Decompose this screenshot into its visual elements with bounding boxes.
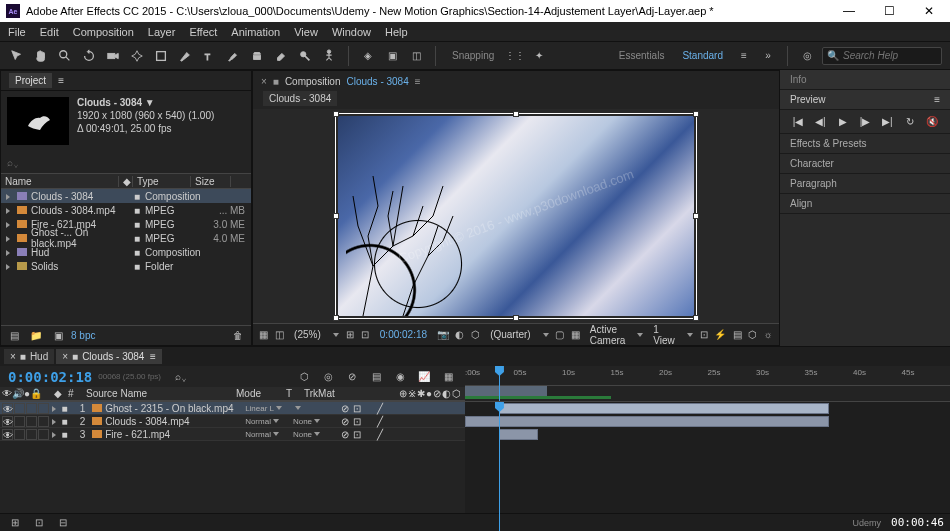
first-frame-button[interactable]: |◀ [790, 116, 806, 127]
selection-tool[interactable] [8, 47, 26, 65]
roi-icon[interactable]: ▢ [555, 326, 565, 344]
project-row[interactable]: Hud■Composition [1, 245, 251, 259]
last-frame-button[interactable]: ▶| [879, 116, 895, 127]
pan-behind-tool[interactable] [128, 47, 146, 65]
minimize-button[interactable]: — [834, 4, 864, 18]
color-mgmt-icon[interactable]: ⬡ [471, 326, 481, 344]
menu-edit[interactable]: Edit [40, 26, 59, 38]
frame-blend-icon[interactable]: ▤ [367, 368, 385, 386]
snapshot-icon[interactable]: 📷 [437, 326, 449, 344]
local-axis-icon[interactable]: ◈ [359, 47, 377, 65]
pixel-aspect-icon[interactable]: ⊡ [699, 326, 709, 344]
project-row[interactable]: Solids■Folder [1, 259, 251, 273]
toggle-switches-icon[interactable]: ⊞ [6, 514, 24, 532]
eraser-tool[interactable] [272, 47, 290, 65]
flowchart-icon[interactable]: ⬡ [748, 326, 758, 344]
menu-composition[interactable]: Composition [73, 26, 134, 38]
show-channel-icon[interactable]: ◐ [455, 326, 465, 344]
current-timecode[interactable]: 0:00:02:18 [8, 369, 92, 385]
project-tab[interactable]: Project [9, 73, 52, 88]
next-frame-button[interactable]: |▶ [857, 116, 873, 127]
preview-panel-tab[interactable]: Preview≡ [780, 90, 950, 110]
workspace-menu-icon[interactable]: ≡ [735, 47, 753, 65]
menu-file[interactable]: File [8, 26, 26, 38]
search-input[interactable] [843, 50, 937, 61]
layer-row[interactable]: 👁■2Clouds - 3084.mp4NormalNone⊘⊡╱ [0, 415, 465, 428]
menu-layer[interactable]: Layer [148, 26, 176, 38]
effects-presets-panel-tab[interactable]: Effects & Presets [780, 134, 950, 154]
preview-frame[interactable]: Copyright © 2016 - www.p30download.com [338, 116, 694, 316]
res-full-icon[interactable]: ⊞ [345, 326, 355, 344]
brainstorm-icon[interactable]: ▦ [439, 368, 457, 386]
menu-help[interactable]: Help [385, 26, 408, 38]
fast-preview-icon[interactable]: ⚡ [714, 326, 726, 344]
shape-tool[interactable] [152, 47, 170, 65]
snap-icon[interactable]: ⋮⋮ [506, 47, 524, 65]
new-folder-icon[interactable]: 📁 [27, 327, 45, 345]
maximize-button[interactable]: ☐ [874, 4, 904, 18]
col-source-name[interactable]: Source Name [84, 388, 234, 399]
hand-tool[interactable] [32, 47, 50, 65]
project-search[interactable]: ⌕⌄ [1, 151, 251, 173]
workspace-more-icon[interactable]: » [759, 47, 777, 65]
timeline-ruler[interactable]: :00s05s10s15s20s25s30s35s40s45s [465, 366, 950, 386]
layer-clip[interactable] [465, 416, 829, 427]
grid-icon[interactable]: ▦ [570, 326, 580, 344]
camera-select[interactable]: Active Camera [586, 324, 630, 346]
clone-stamp-tool[interactable] [248, 47, 266, 65]
layer-clip[interactable] [499, 429, 538, 440]
view-axis-icon[interactable]: ◫ [407, 47, 425, 65]
resolution-select[interactable]: (Quarter) [486, 329, 535, 340]
col-name[interactable]: Name [1, 176, 119, 187]
col-mode[interactable]: Mode [234, 388, 284, 399]
menu-animation[interactable]: Animation [231, 26, 280, 38]
layer-clip[interactable] [499, 403, 829, 414]
rotate-tool[interactable] [80, 47, 98, 65]
footer-timecode[interactable]: 0:00:02:18 [376, 329, 431, 340]
playhead[interactable] [499, 366, 500, 401]
shy-icon[interactable]: ⊘ [343, 368, 361, 386]
mute-button[interactable]: 🔇 [924, 116, 940, 127]
composition-viewer[interactable]: Copyright © 2016 - www.p30download.com [253, 109, 779, 323]
toggle-in-out-icon[interactable]: ⊟ [54, 514, 72, 532]
roto-brush-tool[interactable] [296, 47, 314, 65]
comp-mini-flowchart-icon[interactable]: ⬡ [295, 368, 313, 386]
menu-window[interactable]: Window [332, 26, 371, 38]
timeline-search-icon[interactable]: ⌕⌄ [175, 371, 187, 382]
puppet-tool[interactable] [320, 47, 338, 65]
delete-icon[interactable]: 🗑 [229, 327, 247, 345]
motion-blur-icon[interactable]: ◉ [391, 368, 409, 386]
menu-view[interactable]: View [294, 26, 318, 38]
workspace-essentials[interactable]: Essentials [613, 48, 671, 63]
sync-icon[interactable]: ◎ [798, 47, 816, 65]
pen-tool[interactable] [176, 47, 194, 65]
draft-3d-icon[interactable]: ◎ [319, 368, 337, 386]
col-type[interactable]: Type [133, 176, 191, 187]
brush-tool[interactable] [224, 47, 242, 65]
res-half-icon[interactable]: ⊡ [360, 326, 370, 344]
camera-tool[interactable] [104, 47, 122, 65]
composition-tab-name[interactable]: Clouds - 3084 [346, 76, 408, 87]
character-panel-tab[interactable]: Character [780, 154, 950, 174]
paragraph-panel-tab[interactable]: Paragraph [780, 174, 950, 194]
play-button[interactable]: ▶ [835, 116, 851, 127]
work-area-bar[interactable] [465, 386, 547, 396]
playhead-line[interactable] [499, 402, 500, 531]
menu-effect[interactable]: Effect [189, 26, 217, 38]
workspace-standard[interactable]: Standard [676, 48, 729, 63]
layer-row[interactable]: 👁■3Fire - 621.mp4NormalNone⊘⊡╱ [0, 428, 465, 441]
lock-icon[interactable]: ■ [273, 76, 279, 87]
project-row[interactable]: Clouds - 3084.mp4■MPEG... MB [1, 203, 251, 217]
toggle-transparency-icon[interactable]: ◫ [275, 326, 285, 344]
info-panel-tab[interactable]: Info [780, 70, 950, 90]
align-panel-tab[interactable]: Align [780, 194, 950, 214]
toggle-modes-icon[interactable]: ⊡ [30, 514, 48, 532]
world-axis-icon[interactable]: ▣ [383, 47, 401, 65]
timeline-icon[interactable]: ▤ [732, 326, 742, 344]
zoom-select[interactable]: (25%) [290, 329, 325, 340]
exposure-icon[interactable]: ☼ [763, 326, 773, 344]
timeline-tab[interactable]: ×■Hud [4, 349, 54, 364]
zoom-tool[interactable] [56, 47, 74, 65]
prev-frame-button[interactable]: ◀| [812, 116, 828, 127]
col-label-icon[interactable]: ◆ [119, 176, 133, 187]
